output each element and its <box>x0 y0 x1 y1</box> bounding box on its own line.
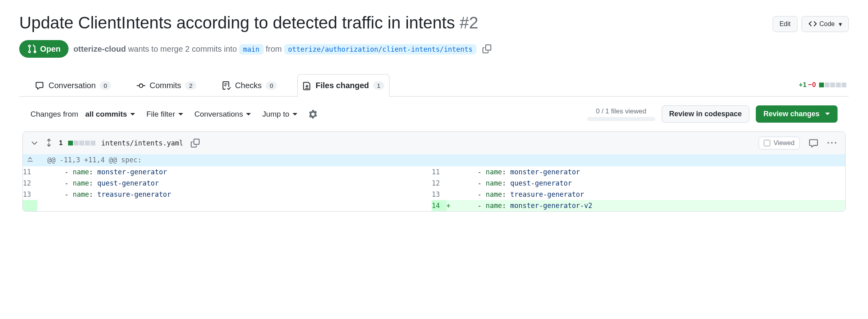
old-line-number[interactable]: 13 <box>23 189 37 200</box>
review-changes-button[interactable]: Review changes <box>756 105 838 123</box>
code-icon <box>808 20 817 28</box>
new-code: - name: quest-generator <box>450 178 845 189</box>
fold-up-icon <box>26 156 34 163</box>
review-in-codespace-button[interactable]: Review in codespace <box>662 105 749 123</box>
hunk-header: @@ -11,3 +11,4 @@ spec: <box>23 154 845 166</box>
old-code: - name: treasure-generator <box>37 189 432 200</box>
progress-bar <box>587 117 655 121</box>
changes-from-dropdown[interactable]: Changes from all commits <box>30 110 135 119</box>
viewed-checkbox[interactable]: Viewed <box>759 137 799 149</box>
conversations-dropdown[interactable]: Conversations <box>194 110 251 119</box>
jump-to-dropdown[interactable]: Jump to <box>262 110 297 119</box>
old-code: - name: monster-generator <box>37 166 432 178</box>
old-line-number[interactable]: 11 <box>23 166 37 178</box>
new-code: - name: monster-generator <box>450 166 845 178</box>
expand-file-button[interactable] <box>44 138 53 148</box>
checklist-icon <box>222 81 231 90</box>
file-diffstat-squares <box>68 141 95 145</box>
author-link[interactable]: otterize-cloud <box>73 44 126 53</box>
tab-checks[interactable]: Checks 0 <box>217 74 282 97</box>
diff-table: @@ -11,3 +11,4 @@ spec: 11 - name: monst… <box>23 154 845 211</box>
head-branch[interactable]: otterize/authorization/client-intents/in… <box>284 44 477 55</box>
lines-changed-count: 1 <box>59 139 63 147</box>
conversation-count: 0 <box>100 81 111 90</box>
base-branch[interactable]: main <box>239 44 264 55</box>
files-viewed-progress: 0 / 1 files viewed <box>587 107 655 121</box>
new-line-number[interactable]: 12 <box>432 178 446 189</box>
caret-down-icon: ▾ <box>839 20 842 28</box>
viewed-checkbox-input[interactable] <box>764 140 770 146</box>
pr-meta-text: otterize-cloud wants to merge 2 commits … <box>73 44 476 54</box>
diffstat-squares <box>819 83 846 87</box>
pr-number: #2 <box>460 13 478 32</box>
git-commit-icon <box>137 81 145 90</box>
new-line-number[interactable]: 14 <box>432 200 446 211</box>
diffstat-summary: +1 −0 <box>799 81 849 89</box>
unfold-icon <box>44 138 53 147</box>
new-code: - name: treasure-generator <box>450 189 845 200</box>
copy-path-button[interactable] <box>189 137 202 149</box>
old-code <box>37 200 432 211</box>
code-button[interactable]: Code ▾ <box>801 16 849 32</box>
file-comment-button[interactable] <box>807 137 820 149</box>
tab-files-changed[interactable]: Files changed 1 <box>297 74 390 97</box>
new-line-number[interactable]: 11 <box>432 166 446 178</box>
copy-branch-button[interactable] <box>481 43 493 55</box>
pr-title-text: Update ClientIntents according to detect… <box>19 13 455 32</box>
collapse-file-button[interactable] <box>30 138 39 148</box>
copy-icon <box>482 44 491 53</box>
file-filter-dropdown[interactable]: File filter <box>146 110 183 119</box>
chevron-down-icon <box>30 138 39 147</box>
comment-discussion-icon <box>36 81 44 90</box>
tab-conversation[interactable]: Conversation 0 <box>30 74 116 97</box>
old-line-number[interactable]: 12 <box>23 178 37 189</box>
diff-row-addition: 14 + - name: monster-generator-v2 <box>23 200 845 211</box>
diff-row: 12 - name: quest-generator 12 - name: qu… <box>23 178 845 189</box>
file-path[interactable]: intents/intents.yaml <box>101 139 183 147</box>
add-marker: + <box>446 200 450 211</box>
file-diff-icon <box>303 81 311 90</box>
file-actions-menu[interactable]: ··· <box>827 138 838 148</box>
diff-file: 1 intents/intents.yaml Viewed ··· @@ <box>22 131 846 212</box>
comment-icon <box>809 139 818 147</box>
commits-count: 2 <box>185 81 196 90</box>
expand-up-button[interactable] <box>23 154 37 166</box>
checks-count: 0 <box>266 81 277 90</box>
new-code: - name: monster-generator-v2 <box>450 200 845 211</box>
pr-tabs: Conversation 0 Commits 2 Checks 0 Files … <box>19 74 849 97</box>
copy-icon <box>191 139 200 147</box>
gear-icon <box>309 110 317 119</box>
edit-button[interactable]: Edit <box>773 16 797 32</box>
diff-row: 11 - name: monster-generator 11 - name: … <box>23 166 845 178</box>
git-pull-request-icon <box>27 44 37 54</box>
pr-title: Update ClientIntents according to detect… <box>19 13 773 33</box>
hunk-text: @@ -11,3 +11,4 @@ spec: <box>37 154 845 166</box>
files-changed-count: 1 <box>373 81 384 90</box>
pr-state-badge: Open <box>19 40 69 58</box>
diff-settings-button[interactable] <box>309 110 319 119</box>
diff-row: 13 - name: treasure-generator 13 - name:… <box>23 189 845 200</box>
old-line-number <box>23 200 37 211</box>
old-code: - name: quest-generator <box>37 178 432 189</box>
new-line-number[interactable]: 13 <box>432 189 446 200</box>
tab-commits[interactable]: Commits 2 <box>131 74 202 97</box>
caret-down-icon <box>825 110 830 118</box>
